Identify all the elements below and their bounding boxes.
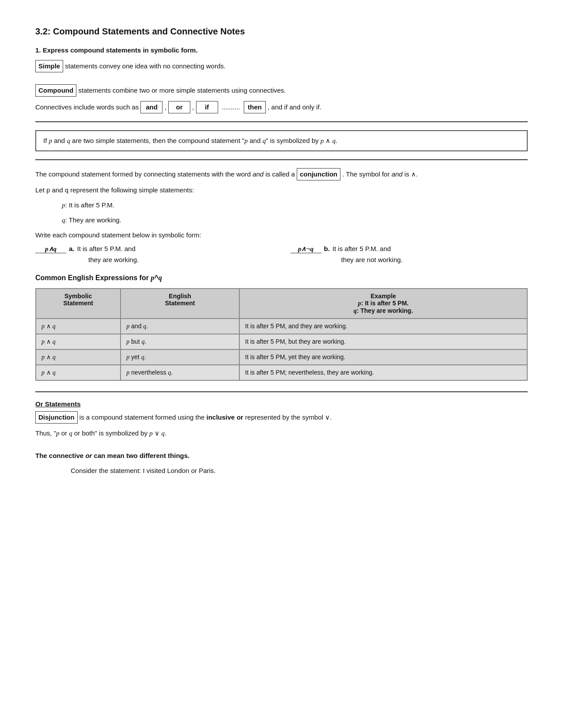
compound-statement-line: Compound statements combine two or more … [35, 84, 528, 97]
divider-2 [35, 159, 528, 160]
disjunction-text2: represented by the symbol ∨. [245, 413, 332, 421]
problem-a-continuation: they are working. [35, 256, 275, 263]
connectives-suffix: , and if and only if. [268, 103, 321, 111]
col-symbolic: SymbolicStatement [36, 289, 121, 319]
write-text: Write each compound statement below in s… [35, 230, 528, 240]
or-statements-section: Or Statements Disjunction is a compound … [35, 400, 528, 476]
conjunction-intro-line: The compound statement formed by connect… [35, 168, 528, 180]
disjunction-line: Disjunction is a compound statement form… [35, 411, 528, 424]
section1-heading: 1. Express compound statements in symbol… [35, 46, 528, 54]
simple-statement-line: Simple statements convey one idea with n… [35, 60, 528, 72]
problems-row: p∧q a. It is after 5 P.M. and p∧¬q b. It… [35, 245, 528, 253]
cell-ex-2: It is after 5 PM, but they are working. [239, 334, 527, 349]
or-section-heading: Or Statements [35, 400, 528, 408]
q-statement: q: They are working. [62, 215, 528, 225]
page-title: 3.2: Compound Statements and Connective … [35, 26, 528, 37]
info-box-1: If p and q are two simple statements, th… [35, 130, 528, 151]
consider-text: Consider the statement: I visited London… [71, 465, 528, 476]
table-row: p ∧ q p but q. It is after 5 PM, but the… [36, 334, 527, 349]
table-row: p ∧ q p yet q. It is after 5 PM, yet the… [36, 349, 527, 365]
compound-text: statements combine two or more simple st… [76, 86, 286, 94]
table-title: Common English Expressions for p^q [35, 274, 528, 282]
simple-text: statements convey one idea with no conne… [63, 62, 226, 70]
connective-then: then [244, 101, 266, 113]
p-statement: p: It is after 5 P.M. [62, 200, 528, 210]
conjunction-symbol: . The symbol for and is ∧. [342, 170, 418, 178]
connectives-prefix: Connectives include words such as [35, 103, 140, 111]
col-example: Examplep: It is after 5 PM.q: They are w… [239, 289, 527, 319]
connective-or: or [168, 101, 190, 113]
cell-sym-2: p ∧ q [36, 334, 121, 349]
cell-sym-4: p ∧ q [36, 365, 121, 380]
table-row: p ∧ q p nevertheless q. It is after 5 PM… [36, 365, 527, 380]
problem-b-col: p∧¬q b. It is after 5 P.M. and [291, 245, 528, 253]
conjunction-label: conjunction [297, 168, 340, 180]
cell-eng-2: p but q. [121, 334, 239, 349]
simple-label: Simple [35, 60, 63, 72]
problem-a-col: p∧q a. It is after 5 P.M. and [35, 245, 273, 253]
disjunction-text1: is a compound statement formed using the [79, 413, 207, 421]
connective-or-heading: The connective or can mean two different… [35, 450, 528, 461]
table-row: p ∧ q p and q. It is after 5 PM, and the… [36, 319, 527, 334]
cell-eng-4: p nevertheless q. [121, 365, 239, 380]
connective-and: and [140, 101, 162, 113]
info-box-1-text: If p and q are two simple statements, th… [43, 137, 337, 144]
divider-3 [35, 391, 528, 392]
problem-a-answer: p∧q [35, 245, 66, 253]
cell-sym-3: p ∧ q [36, 349, 121, 365]
inclusive-or-bold: inclusive or [207, 413, 243, 421]
divider-1 [35, 121, 528, 122]
common-expressions-table: SymbolicStatement EnglishStatement Examp… [35, 288, 528, 381]
problem-a-text: It is after 5 P.M. and [77, 245, 136, 252]
problems-row-2: they are working. they are not working. [35, 256, 528, 263]
disjunction-label: Disjunction [35, 411, 78, 424]
cell-eng-3: p yet q. [121, 349, 239, 365]
col-english: EnglishStatement [121, 289, 239, 319]
problem-b-text: It is after 5 P.M. and [333, 245, 391, 252]
cell-ex-3: It is after 5 PM, yet they are working. [239, 349, 527, 365]
thus-line: Thus, "p or q or both" is symbolized by … [35, 428, 528, 439]
compound-label: Compound [35, 84, 76, 97]
cell-ex-4: It is after 5 PM; nevertheless, they are… [239, 365, 527, 380]
table-header-row: SymbolicStatement EnglishStatement Examp… [36, 289, 527, 319]
connective-if: if [196, 101, 218, 113]
let-line: Let p and q represent the following simp… [35, 185, 528, 195]
problem-b-label: b. [324, 245, 330, 252]
connectives-line: Connectives include words such as and , … [35, 101, 528, 113]
cell-ex-1: It is after 5 PM, and they are working. [239, 319, 527, 334]
problem-b-answer: p∧¬q [291, 245, 321, 253]
cell-sym-1: p ∧ q [36, 319, 121, 334]
cell-eng-1: p and q. [121, 319, 239, 334]
problem-b-continuation: they are not working. [293, 256, 528, 263]
problem-a-label: a. [69, 245, 75, 252]
